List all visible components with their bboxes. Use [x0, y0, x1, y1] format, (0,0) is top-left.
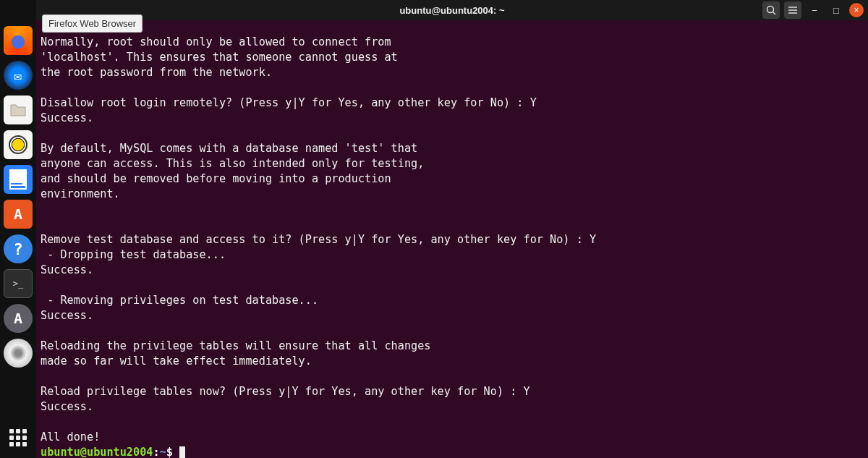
prompt-colon: :	[153, 446, 159, 458]
terminal-icon[interactable]: >_	[4, 269, 33, 298]
rhythmbox-icon[interactable]	[4, 130, 33, 159]
window-titlebar: ubuntu@ubuntu2004: ~ − □ ×	[36, 0, 868, 20]
show-applications[interactable]	[4, 423, 33, 452]
files-icon[interactable]	[4, 96, 33, 124]
search-button[interactable]	[762, 1, 780, 19]
terminal-viewport[interactable]: Normally, root should only be allowed to…	[36, 20, 868, 458]
thunderbird-icon[interactable]: ✉	[4, 61, 33, 90]
maximize-button[interactable]: □	[827, 1, 845, 19]
prompt-sep: $	[166, 446, 173, 458]
prompt-path: ~	[160, 446, 166, 458]
software-updater-icon[interactable]: A	[4, 304, 33, 333]
firefox-icon[interactable]	[4, 26, 33, 55]
dock: ✉ A ? >_ A	[0, 0, 36, 458]
terminal-cursor	[179, 446, 185, 458]
terminal-output: Normally, root should only be allowed to…	[41, 35, 596, 444]
disc-icon[interactable]	[4, 339, 33, 368]
close-button[interactable]: ×	[849, 3, 864, 17]
libreoffice-writer-icon[interactable]	[4, 165, 33, 194]
svg-point-0	[767, 7, 774, 13]
hamburger-menu-button[interactable]	[784, 1, 801, 19]
svg-line-1	[773, 12, 776, 15]
firefox-tooltip: Firefox Web Browser	[42, 14, 142, 33]
prompt-user: ubuntu@ubuntu2004	[41, 446, 153, 458]
software-center-icon[interactable]: A	[4, 200, 33, 229]
help-icon[interactable]: ?	[4, 234, 33, 263]
minimize-button[interactable]: −	[806, 1, 823, 19]
window-title: ubuntu@ubuntu2004: ~	[399, 5, 504, 16]
